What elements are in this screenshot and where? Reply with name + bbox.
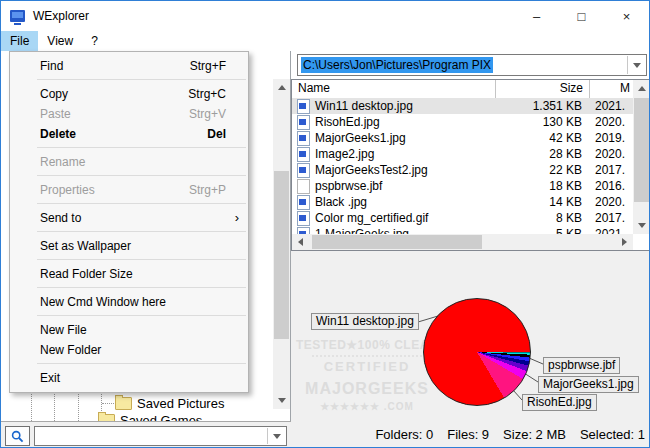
- majorgeeks-watermark: TESTED★100% CLEAN CERTIFIED MAJORGEEKS ★…: [293, 337, 441, 415]
- minimize-button[interactable]: –: [514, 1, 559, 31]
- file-list-vthumb[interactable]: [634, 98, 649, 202]
- pie-label-risohed: RisohEd.jpg: [522, 394, 597, 411]
- search-button[interactable]: [5, 426, 30, 446]
- menu-help[interactable]: ?: [82, 31, 107, 51]
- scroll-left-icon[interactable]: [292, 234, 309, 250]
- menu-item-send-to[interactable]: Send to›: [10, 208, 248, 228]
- menu-item-delete[interactable]: DeleteDel: [10, 124, 248, 144]
- file-date: 2019.: [590, 131, 633, 145]
- pie-label-pspbrwse: pspbrwse.jbf: [543, 357, 620, 374]
- file-size: 42 KB: [496, 131, 590, 145]
- file-list-hthumb[interactable]: [312, 235, 482, 249]
- file-row[interactable]: RisohEd.jpg130 KB2020.: [292, 114, 633, 130]
- close-button[interactable]: ×: [604, 1, 649, 31]
- menu-item-shortcut: Strg+V: [189, 107, 226, 121]
- watermark-line: CERTIFIED: [293, 358, 441, 377]
- file-row[interactable]: Win11 desktop.jpg1.351 KB2021.: [292, 98, 633, 114]
- wexplorer-window: WExplorer – □ × File View ? Saved Pictur…: [0, 0, 650, 448]
- status-bar: Folders: 0 Files: 9 Size: 2 MB Selected:…: [375, 427, 645, 442]
- status-size: Size: 2 MB: [503, 427, 566, 442]
- image-file-icon: [297, 211, 310, 226]
- menu-item-read-folder-size[interactable]: Read Folder Size: [10, 264, 248, 284]
- menu-separator: [37, 175, 246, 176]
- pie-label-majorgeeks1: MajorGeeks1.jpg: [538, 376, 639, 393]
- file-name-cell: pspbrwse.jbf: [292, 179, 496, 194]
- file-date: 2017.: [590, 211, 633, 225]
- scroll-right-icon[interactable]: [616, 234, 633, 250]
- menu-item-paste: PasteStrg+V: [10, 104, 248, 124]
- menu-item-shortcut: Strg+F: [190, 59, 226, 73]
- scroll-up-icon[interactable]: [633, 80, 650, 97]
- file-rows: Win11 desktop.jpg1.351 KB2021.RisohEd.jp…: [292, 98, 633, 234]
- file-name: MajorGeeksTest2.jpg: [315, 163, 428, 177]
- menu-item-label: New File: [40, 323, 226, 337]
- column-header-modified[interactable]: M: [590, 80, 633, 98]
- menu-item-find[interactable]: FindStrg+F: [10, 56, 248, 76]
- file-size-pie-chart: [423, 298, 531, 406]
- file-list-vscrollbar[interactable]: [633, 80, 649, 234]
- menu-item-label: Properties: [40, 183, 189, 197]
- tree-item-saved-games[interactable]: Saved Games: [98, 413, 202, 421]
- search-dropdown-button[interactable]: [267, 428, 285, 444]
- scroll-down-icon[interactable]: [633, 217, 650, 234]
- file-name: Black .jpg: [315, 195, 367, 209]
- search-input[interactable]: [34, 426, 287, 446]
- menu-separator: [37, 287, 246, 288]
- menu-view[interactable]: View: [38, 31, 82, 51]
- file-size: 1.351 KB: [496, 99, 590, 113]
- menu-bar: File View ?: [1, 31, 649, 51]
- menu-item-new-file[interactable]: New File: [10, 320, 248, 340]
- file-row[interactable]: Image2.jpg28 KB2020.: [292, 146, 633, 162]
- maximize-button[interactable]: □: [559, 1, 604, 31]
- image-file-icon: [297, 99, 310, 114]
- file-size: 18 KB: [496, 179, 590, 193]
- file-name: MajorGeeks1.jpg: [315, 131, 406, 145]
- file-list: Name Size M Win11 desktop.jpg1.351 KB202…: [291, 79, 650, 251]
- menu-item-new-folder[interactable]: New Folder: [10, 340, 248, 360]
- menu-separator: [37, 203, 246, 204]
- search-bar: [1, 421, 291, 448]
- scroll-up-icon[interactable]: [273, 79, 290, 96]
- menu-item-exit[interactable]: Exit: [10, 368, 248, 388]
- menu-item-copy[interactable]: CopyStrg+C: [10, 84, 248, 104]
- menu-item-label: Read Folder Size: [40, 267, 226, 281]
- file-row[interactable]: 1 MajorGeeks.jpg5 KB2021.: [292, 226, 633, 234]
- file-name: pspbrwse.jbf: [315, 179, 382, 193]
- column-header-size[interactable]: Size: [496, 80, 590, 98]
- tree-scrollbar-thumb[interactable]: [274, 171, 289, 339]
- file-row[interactable]: MajorGeeks1.jpg42 KB2019.: [292, 130, 633, 146]
- file-row[interactable]: Black .jpg14 KB2020.: [292, 194, 633, 210]
- menu-separator: [37, 79, 246, 80]
- column-header-name[interactable]: Name: [292, 80, 496, 98]
- tree-item-saved-pictures[interactable]: Saved Pictures: [115, 396, 224, 411]
- file-size: 28 KB: [496, 147, 590, 161]
- menu-item-shortcut: Strg+C: [188, 87, 226, 101]
- tree-scrollbar[interactable]: [273, 79, 290, 409]
- menu-item-set-as-wallpaper[interactable]: Set as Wallpaper: [10, 236, 248, 256]
- image-file-icon: [297, 147, 310, 162]
- file-row[interactable]: Color mg_certified.gif8 KB2017.: [292, 210, 633, 226]
- file-name: RisohEd.jpg: [315, 115, 380, 129]
- file-name-cell: MajorGeeksTest2.jpg: [292, 163, 496, 178]
- menu-file[interactable]: File: [1, 31, 38, 51]
- menu-item-shortcut: Strg+P: [189, 183, 226, 197]
- submenu-arrow-icon: ›: [235, 210, 239, 225]
- tree-guide-line: [102, 403, 114, 404]
- menu-separator: [37, 315, 246, 316]
- file-name-cell: Image2.jpg: [292, 147, 496, 162]
- menu-item-label: New Folder: [40, 343, 226, 357]
- file-list-hscrollbar[interactable]: [292, 234, 633, 250]
- image-file-icon: [297, 227, 310, 235]
- file-name-cell: Color mg_certified.gif: [292, 211, 496, 226]
- image-file-icon: [297, 163, 310, 178]
- address-dropdown-button[interactable]: [627, 56, 645, 74]
- scroll-down-icon[interactable]: [273, 392, 290, 409]
- file-name: 1 MajorGeeks.jpg: [315, 227, 409, 234]
- file-row[interactable]: MajorGeeksTest2.jpg22 KB2017.: [292, 162, 633, 178]
- address-bar[interactable]: C:\Users\Jon\Pictures\Program PIX: [297, 54, 647, 76]
- file-name-cell: MajorGeeks1.jpg: [292, 131, 496, 146]
- address-path[interactable]: C:\Users\Jon\Pictures\Program PIX: [301, 57, 493, 73]
- menu-item-new-cmd-window-here[interactable]: New Cmd Window here: [10, 292, 248, 312]
- file-date: 2021.: [590, 99, 633, 113]
- file-row[interactable]: pspbrwse.jbf18 KB2016.: [292, 178, 633, 194]
